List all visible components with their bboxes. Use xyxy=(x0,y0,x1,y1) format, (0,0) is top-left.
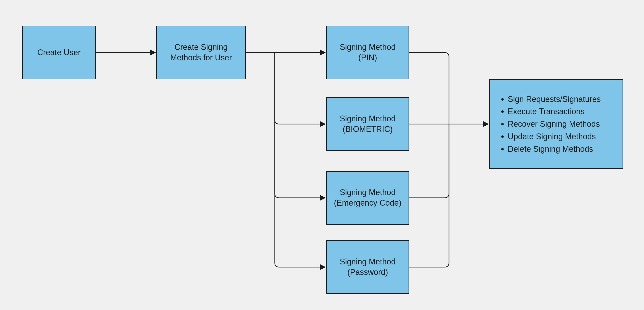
node-label: Signing Method (BIOMETRIC) xyxy=(331,114,404,135)
node-signing-method-biometric: Signing Method (BIOMETRIC) xyxy=(326,97,409,151)
node-label: Create User xyxy=(37,47,81,58)
action-item: Sign Requests/Signatures xyxy=(508,93,601,106)
action-item: Delete Signing Methods xyxy=(508,143,601,155)
node-signing-method-emergency: Signing Method (Emergency Code) xyxy=(326,171,409,225)
action-item: Execute Transactions xyxy=(508,105,601,118)
action-item: Recover Signing Methods xyxy=(508,118,601,130)
node-create-signing-methods: Create Signing Methods for User xyxy=(156,26,246,79)
node-signing-method-password: Signing Method (Password) xyxy=(326,240,409,294)
node-actions: Sign Requests/Signatures Execute Transac… xyxy=(489,79,623,169)
diagram-canvas: Create User Create Signing Methods for U… xyxy=(0,0,644,310)
node-label: Create Signing Methods for User xyxy=(162,42,240,63)
node-label: Signing Method (Emergency Code) xyxy=(331,187,404,208)
actions-list: Sign Requests/Signatures Execute Transac… xyxy=(499,93,601,155)
node-label: Signing Method (PIN) xyxy=(331,42,404,63)
action-item: Update Signing Methods xyxy=(508,130,601,143)
node-label: Signing Method (Password) xyxy=(331,257,404,277)
node-create-user: Create User xyxy=(22,26,96,79)
node-signing-method-pin: Signing Method (PIN) xyxy=(326,26,409,79)
